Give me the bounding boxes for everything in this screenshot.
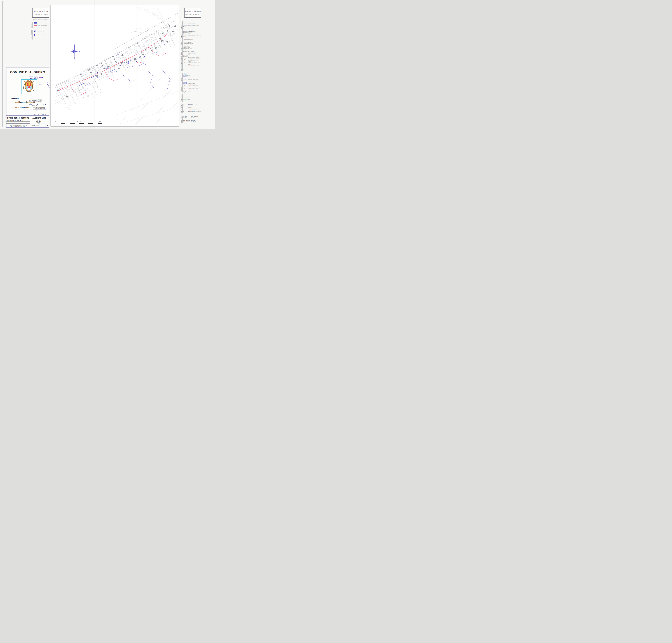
legend-label: In ferro [190,45,192,45]
legend-row: ⌂ ▮ ○ ▣ ◇ □Edificio in muratura, Fabbric… [183,57,201,59]
derivation-bt-symbol [34,34,37,36]
legend-row: Strada a quattro corsie [183,31,201,32]
em-group-elettrodotti: ElettrodottiLinee Bassa TensioneLinee Me… [31,22,50,28]
legend-row: Curva di livello direttrice [183,85,201,86]
em-group-cabine-e-derivazioni: Cabine e DerivazioniCabina MT - BTDeriva… [31,30,50,39]
em-legend-label: Linee Bassa Tensione [38,23,47,23]
legend-group-vegetazione: Vegetazioneψ ♀ φFrutteto, agrumeto, oliv… [181,65,201,71]
legend-label: Strada a quattro corsie [188,31,196,32]
legend-row: Canale largo oltre 3 metri [183,77,201,78]
legend-label: Tabernacolo, croce isolata, grotta, staz… [188,60,201,62]
municipality-name: COMUNE DI ALGHERO [185,11,201,12]
legend-row: ψ ♀ φFrutteto, agrumeto, oliveto [183,66,201,66]
legend-label: Strada secondaria (tra 2,5 e 3,5 mt) [188,37,201,38]
em-legend-row: Linee Media Tensione [34,25,47,26]
scale-500-label: 500 mt. [76,121,81,122]
province-name: Provincia di Sassari [33,13,48,15]
legend-label: In muratura [190,43,193,44]
legend-row: ☆ △ ▫Faro o fanale, monumento notevole, … [183,63,201,65]
legend-label: Quota di origine Aerofotogrammetrica [188,111,201,112]
legend-group-label: Abbreviazioni [181,116,182,123]
glyph-wood-icon: ♀ | [183,67,187,68]
legend-label: Punto Geodetico I. G. M. [188,104,197,105]
legend-subgroup-label: per ferrovie [183,39,184,43]
legend-label: Frutteto, agrumeto, oliveto [188,66,198,66]
legend-row: Acquedotto sotterraneo [183,82,201,83]
em-group-label: Elettrodotti [31,22,32,28]
legend-group-elementi-divisori: Elementi divisoriMuro a calceMuro a secc… [181,48,201,56]
glyph-shrine-icon: ↑ † ∩ ¦ ▫ [183,60,187,61]
legend-group-ponti: Pontiper ferrovieIn muraturaIn ferroIn l… [181,39,201,48]
legend-label: Punto Geodetico Catastale [188,106,197,107]
legend-label: Scarpata [188,90,191,90]
legend-group-edifici-e-costruzioni: Edifici e costruzionidoppia sempliceCond… [181,55,201,66]
em-legend-label: Derivazione BT [38,35,44,35]
legend-label: Muro di sostegno [188,51,194,52]
legend-label: Comune [188,97,190,98]
legend-row: Curva di livello intermedia [183,87,201,88]
bridge-wood-icon [184,42,189,43]
legend-group-limiti-di-: Limiti di:ProvinciaComuneColturaBosco [181,94,201,102]
legend-row: Lago, stagno, palude [183,73,201,75]
drawing-subject: INDICAZIONE DELLE LINEE MT - BT [7,120,23,121]
coat-of-arms [21,80,37,94]
road-secondary-icon [183,37,187,38]
glyph-church-icon: ♣ † ⊠ × [183,59,187,60]
order-shield-icon [29,100,32,104]
canal-wide-icon [183,76,187,77]
legend-group-label: Ponti [181,39,182,48]
abbreviation-entry: T.ca - Tanca [191,119,198,119]
legend-label: Lago, stagno, palude [188,74,195,74]
legend-group-punti-di-riferimento: Punti di riferimento▲Punto Geodetico I. … [181,104,201,113]
legend-row: ▼Punto Geodetico Catastale [183,106,201,107]
em-sources-legend: LEGENDA SORGENTI CAMPI EM ElettrodottiLi… [31,19,50,41]
legend-group-abbreviazioni: AbbreviazioniB.cu - BaccuB.de - BaddeBr.… [181,116,201,123]
legend-label: Punto di riferimento Topografico [188,110,199,110]
em-legend-label: Linee Media Tensione [38,25,47,26]
legend-label: Cancellata, staccionata, rete metallica,… [188,52,201,54]
legend-label: Bosco ceduo, macchia mediterranea [188,67,200,68]
legend-label: Faro o fanale, monumento notevole, campa… [188,63,201,65]
scale-zero-label: 0 [55,121,56,122]
scale-bar-checker [56,123,102,124]
legend-label: Caposaldo I. G. M. [188,107,194,108]
glyph-vineyard-icon: | ∴ [183,69,187,70]
company-logo-text: S.T.A.I. [34,121,43,123]
glyph-buildings-icon: ⌂ ▮ ○ ▣ ◇ □ [183,58,187,59]
status-description: INDICAZIONE DELLO STATO DI FATTO [7,125,30,126]
contour-intermediate-icon [183,87,187,88]
irrigation-canal-icon [183,81,187,82]
legend-label: Coltura [188,99,191,100]
wall-dry-icon [183,49,187,50]
order-shield-icon [33,108,35,110]
abbreviation-entry: N.ghe - Nuraghe [183,123,190,123]
em-legend-row: Cabina MT - BT [34,30,44,32]
legend-label: Curva di livello intermedia [188,87,198,88]
legend-label: Canale largo meno di 3 metri [188,80,198,80]
escarpment-icon [183,90,187,91]
abbreviation-entry: Cuc.ru - Cuccuru [183,121,190,122]
legend-row: In ferro [184,40,201,41]
abbreviation-entry: B.de - Badde [183,117,190,118]
text-elevation-icon: 63.8 [183,111,187,112]
date: GIUGNO 2001 [31,125,45,126]
bridge-wood-icon [184,46,189,47]
legend-label: Strada a due o tre corsie (7 mt ed oltre… [188,33,201,34]
sheet-number: 5 [46,124,49,126]
legend-row: Ferrovia ad un binario [183,23,201,24]
legend-label: Rocciaio [188,92,191,92]
legend-label: Curva di livello ausiliaria [188,88,198,89]
legend-row: Cancellata, staccionata, rete metallica,… [183,52,201,54]
page-border-right [206,1,207,128]
legend-row: In ferro [184,44,201,46]
road-two-three-lanes-icon [183,33,187,34]
legend-row: Muro di sostegno [183,51,201,52]
aqueduct-underground-icon [183,82,187,83]
em-legend-title: LEGENDA SORGENTI CAMPI EM [31,19,50,20]
legend-label: Bosco [188,101,190,102]
fence-green-icon [183,52,187,53]
legend-row: Scarpata [183,90,201,91]
legend-group-label: Punti di riferimento [181,104,182,113]
legend-label: Albero di essenza non identificabile [188,68,201,69]
boundary-municipality-icon [183,97,187,98]
